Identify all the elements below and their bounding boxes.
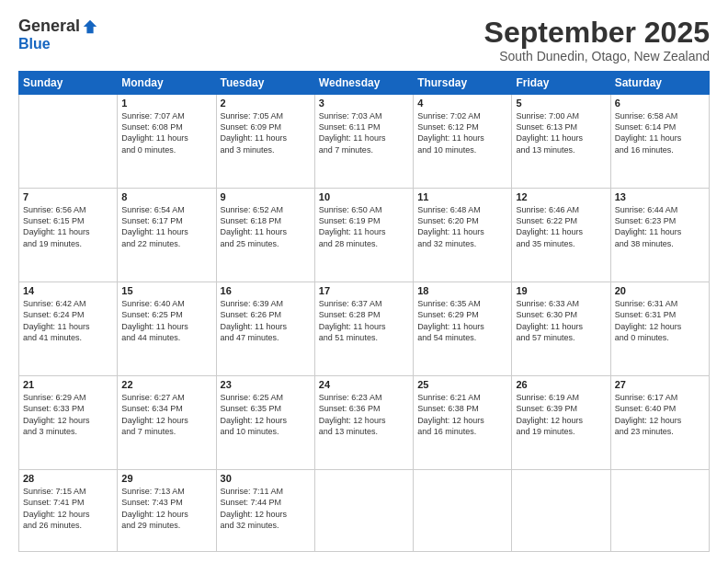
calendar-cell: 15Sunrise: 6:40 AM Sunset: 6:25 PM Dayli… bbox=[118, 282, 216, 376]
day-info: Sunrise: 7:03 AM Sunset: 6:11 PM Dayligh… bbox=[319, 110, 409, 155]
calendar-cell: 20Sunrise: 6:31 AM Sunset: 6:31 PM Dayli… bbox=[610, 282, 709, 376]
calendar-cell: 3Sunrise: 7:03 AM Sunset: 6:11 PM Daylig… bbox=[314, 95, 413, 189]
day-info: Sunrise: 6:40 AM Sunset: 6:25 PM Dayligh… bbox=[121, 298, 211, 343]
day-number: 13 bbox=[615, 191, 705, 202]
day-number: 6 bbox=[615, 98, 705, 109]
day-info: Sunrise: 7:00 AM Sunset: 6:13 PM Dayligh… bbox=[516, 110, 606, 155]
calendar-cell: 16Sunrise: 6:39 AM Sunset: 6:26 PM Dayli… bbox=[216, 282, 314, 376]
calendar-cell: 21Sunrise: 6:29 AM Sunset: 6:33 PM Dayli… bbox=[19, 376, 118, 470]
calendar-cell: 19Sunrise: 6:33 AM Sunset: 6:30 PM Dayli… bbox=[512, 282, 610, 376]
calendar-cell: 23Sunrise: 6:25 AM Sunset: 6:35 PM Dayli… bbox=[216, 376, 314, 470]
calendar-cell: 13Sunrise: 6:44 AM Sunset: 6:23 PM Dayli… bbox=[610, 189, 709, 282]
calendar-cell: 11Sunrise: 6:48 AM Sunset: 6:20 PM Dayli… bbox=[414, 189, 512, 282]
day-number: 23 bbox=[221, 379, 311, 390]
day-info: Sunrise: 6:58 AM Sunset: 6:14 PM Dayligh… bbox=[615, 110, 705, 155]
calendar-cell: 22Sunrise: 6:27 AM Sunset: 6:34 PM Dayli… bbox=[118, 376, 216, 470]
day-number: 20 bbox=[615, 285, 705, 296]
calendar-cell: 28Sunrise: 7:15 AM Sunset: 7:41 PM Dayli… bbox=[19, 470, 118, 552]
day-info: Sunrise: 7:15 AM Sunset: 7:41 PM Dayligh… bbox=[23, 486, 113, 531]
calendar-cell: 24Sunrise: 6:23 AM Sunset: 6:36 PM Dayli… bbox=[314, 376, 413, 470]
week-row-1: 1Sunrise: 7:07 AM Sunset: 6:08 PM Daylig… bbox=[19, 95, 710, 189]
calendar-table: SundayMondayTuesdayWednesdayThursdayFrid… bbox=[18, 71, 710, 552]
month-title: September 2025 bbox=[484, 17, 710, 49]
header: General Blue September 2025 South Dunedi… bbox=[18, 17, 710, 63]
calendar-cell: 30Sunrise: 7:11 AM Sunset: 7:44 PM Dayli… bbox=[216, 470, 314, 552]
day-info: Sunrise: 7:07 AM Sunset: 6:08 PM Dayligh… bbox=[121, 110, 211, 155]
logo: General Blue bbox=[18, 17, 98, 52]
day-number: 9 bbox=[221, 191, 311, 202]
calendar-cell: 27Sunrise: 6:17 AM Sunset: 6:40 PM Dayli… bbox=[610, 376, 709, 470]
day-info: Sunrise: 6:52 AM Sunset: 6:18 PM Dayligh… bbox=[221, 204, 311, 249]
weekday-header-saturday: Saturday bbox=[610, 72, 709, 95]
calendar-cell: 25Sunrise: 6:21 AM Sunset: 6:38 PM Dayli… bbox=[414, 376, 512, 470]
day-number: 17 bbox=[319, 285, 409, 296]
weekday-header-tuesday: Tuesday bbox=[216, 72, 314, 95]
weekday-header-sunday: Sunday bbox=[19, 72, 118, 95]
weekday-header-wednesday: Wednesday bbox=[314, 72, 413, 95]
calendar-cell: 10Sunrise: 6:50 AM Sunset: 6:19 PM Dayli… bbox=[314, 189, 413, 282]
day-info: Sunrise: 6:31 AM Sunset: 6:31 PM Dayligh… bbox=[615, 298, 705, 343]
day-info: Sunrise: 6:54 AM Sunset: 6:17 PM Dayligh… bbox=[121, 204, 211, 249]
calendar-cell: 1Sunrise: 7:07 AM Sunset: 6:08 PM Daylig… bbox=[118, 95, 216, 189]
day-number: 25 bbox=[417, 379, 507, 390]
logo-icon bbox=[82, 18, 98, 35]
day-number: 3 bbox=[319, 98, 409, 109]
calendar-cell: 7Sunrise: 6:56 AM Sunset: 6:15 PM Daylig… bbox=[19, 189, 118, 282]
day-number: 21 bbox=[23, 379, 113, 390]
weekday-header-monday: Monday bbox=[118, 72, 216, 95]
logo-general-text: General bbox=[18, 17, 80, 36]
calendar-cell: 29Sunrise: 7:13 AM Sunset: 7:43 PM Dayli… bbox=[118, 470, 216, 552]
day-number: 15 bbox=[121, 285, 211, 296]
logo-blue-text: Blue bbox=[18, 36, 51, 52]
calendar-cell: 6Sunrise: 6:58 AM Sunset: 6:14 PM Daylig… bbox=[610, 95, 709, 189]
day-number: 8 bbox=[121, 191, 211, 202]
day-info: Sunrise: 6:23 AM Sunset: 6:36 PM Dayligh… bbox=[319, 392, 409, 437]
day-info: Sunrise: 6:42 AM Sunset: 6:24 PM Dayligh… bbox=[23, 298, 113, 343]
weekday-header-row: SundayMondayTuesdayWednesdayThursdayFrid… bbox=[19, 72, 710, 95]
day-number: 5 bbox=[516, 98, 606, 109]
day-number: 4 bbox=[417, 98, 507, 109]
day-number: 11 bbox=[417, 191, 507, 202]
week-row-2: 7Sunrise: 6:56 AM Sunset: 6:15 PM Daylig… bbox=[19, 189, 710, 282]
day-info: Sunrise: 6:39 AM Sunset: 6:26 PM Dayligh… bbox=[221, 298, 311, 343]
calendar-cell: 2Sunrise: 7:05 AM Sunset: 6:09 PM Daylig… bbox=[216, 95, 314, 189]
page: General Blue September 2025 South Dunedi… bbox=[0, 0, 728, 563]
calendar-cell: 14Sunrise: 6:42 AM Sunset: 6:24 PM Dayli… bbox=[19, 282, 118, 376]
day-info: Sunrise: 6:48 AM Sunset: 6:20 PM Dayligh… bbox=[417, 204, 507, 249]
day-number: 24 bbox=[319, 379, 409, 390]
day-info: Sunrise: 6:44 AM Sunset: 6:23 PM Dayligh… bbox=[615, 204, 705, 249]
day-number: 28 bbox=[23, 473, 113, 484]
day-number: 30 bbox=[221, 473, 311, 484]
day-number: 2 bbox=[221, 98, 311, 109]
day-info: Sunrise: 6:17 AM Sunset: 6:40 PM Dayligh… bbox=[615, 392, 705, 437]
calendar-cell: 26Sunrise: 6:19 AM Sunset: 6:39 PM Dayli… bbox=[512, 376, 610, 470]
day-info: Sunrise: 7:05 AM Sunset: 6:09 PM Dayligh… bbox=[221, 110, 311, 155]
day-number: 18 bbox=[417, 285, 507, 296]
day-info: Sunrise: 6:37 AM Sunset: 6:28 PM Dayligh… bbox=[319, 298, 409, 343]
day-info: Sunrise: 6:29 AM Sunset: 6:33 PM Dayligh… bbox=[23, 392, 113, 437]
title-block: September 2025 South Dunedin, Otago, New… bbox=[484, 17, 710, 63]
calendar-cell bbox=[610, 470, 709, 552]
day-info: Sunrise: 6:56 AM Sunset: 6:15 PM Dayligh… bbox=[23, 204, 113, 249]
day-info: Sunrise: 6:21 AM Sunset: 6:38 PM Dayligh… bbox=[417, 392, 507, 437]
day-number: 26 bbox=[516, 379, 606, 390]
weekday-header-thursday: Thursday bbox=[414, 72, 512, 95]
location-title: South Dunedin, Otago, New Zealand bbox=[484, 49, 710, 63]
day-number: 19 bbox=[516, 285, 606, 296]
calendar-cell bbox=[512, 470, 610, 552]
day-number: 22 bbox=[121, 379, 211, 390]
calendar-cell: 17Sunrise: 6:37 AM Sunset: 6:28 PM Dayli… bbox=[314, 282, 413, 376]
day-number: 14 bbox=[23, 285, 113, 296]
week-row-4: 21Sunrise: 6:29 AM Sunset: 6:33 PM Dayli… bbox=[19, 376, 710, 470]
day-number: 29 bbox=[121, 473, 211, 484]
weekday-header-friday: Friday bbox=[512, 72, 610, 95]
week-row-5: 28Sunrise: 7:15 AM Sunset: 7:41 PM Dayli… bbox=[19, 470, 710, 552]
calendar-cell: 5Sunrise: 7:00 AM Sunset: 6:13 PM Daylig… bbox=[512, 95, 610, 189]
day-info: Sunrise: 6:33 AM Sunset: 6:30 PM Dayligh… bbox=[516, 298, 606, 343]
calendar-cell: 18Sunrise: 6:35 AM Sunset: 6:29 PM Dayli… bbox=[414, 282, 512, 376]
day-info: Sunrise: 7:11 AM Sunset: 7:44 PM Dayligh… bbox=[221, 486, 311, 531]
calendar-cell: 9Sunrise: 6:52 AM Sunset: 6:18 PM Daylig… bbox=[216, 189, 314, 282]
calendar-cell bbox=[414, 470, 512, 552]
day-number: 27 bbox=[615, 379, 705, 390]
day-info: Sunrise: 6:19 AM Sunset: 6:39 PM Dayligh… bbox=[516, 392, 606, 437]
